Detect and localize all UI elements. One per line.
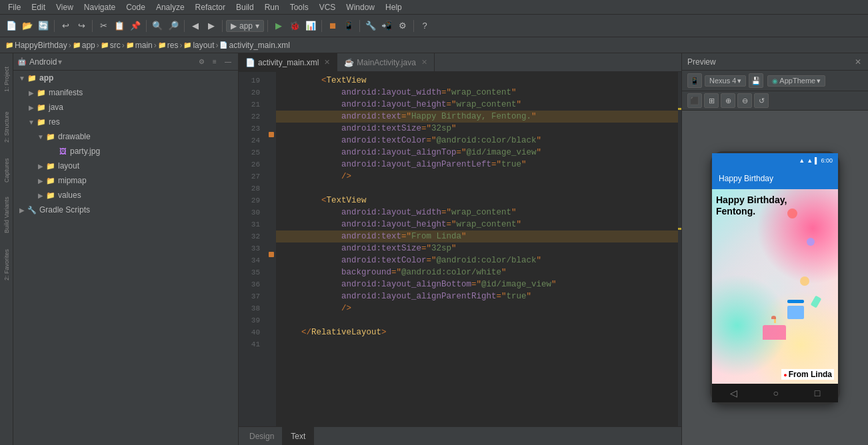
toolbar-cut-btn[interactable]: ✂: [96, 19, 111, 33]
menu-view[interactable]: View: [51, 1, 79, 13]
preview-zoom-out-btn[interactable]: ⊖: [737, 93, 752, 108]
toolbar-run-btn[interactable]: ▶: [271, 19, 286, 33]
breadcrumb-happybirthday[interactable]: 📁 HappyBirthday: [5, 41, 67, 50]
toolbar-help-btn[interactable]: ?: [417, 19, 432, 33]
panel-ctrl-settings[interactable]: ≡: [209, 56, 221, 68]
theme-dropdown[interactable]: ◉ AppTheme ▾: [767, 75, 825, 87]
breadcrumb-layout[interactable]: 📁 layout: [183, 41, 214, 50]
menu-run[interactable]: Run: [259, 1, 285, 13]
toolbar-sync-btn[interactable]: 🔄: [36, 19, 51, 33]
toolbar-next-btn[interactable]: ▶: [204, 19, 219, 33]
breadcrumb-sep-2: ›: [97, 41, 99, 50]
tree-label-mipmap: mipmap: [58, 176, 87, 185]
breadcrumb-main[interactable]: 📁 main: [126, 41, 153, 50]
code-line-40: </RelativeLayout>: [276, 326, 678, 338]
side-tab-project[interactable]: 1: Project: [1, 56, 13, 103]
breadcrumb-activity-main[interactable]: 📄 activity_main.xml: [219, 41, 289, 50]
toolbar-debug-btn[interactable]: 🐞: [287, 19, 302, 33]
phone-mockup: ▲ ▲ ▌ 6:00 Happy Birthday: [710, 151, 840, 404]
bottom-tabs: Design Text: [239, 426, 681, 445]
preview-close-btn[interactable]: ✕: [853, 57, 863, 67]
preview-device-btn[interactable]: 📱: [687, 73, 702, 88]
breadcrumb-res[interactable]: 📁 res: [158, 41, 179, 50]
preview-title: Preview: [687, 57, 716, 67]
tree-item-values[interactable]: ▶ 📁 values: [13, 188, 238, 203]
menu-analyze[interactable]: Analyze: [151, 1, 190, 13]
folder-icon-app: 📁: [27, 73, 37, 83]
phone-nav-back[interactable]: ◁: [730, 388, 737, 398]
menu-edit[interactable]: Edit: [26, 1, 51, 13]
toolbar-stop-btn[interactable]: ⏹: [325, 19, 340, 33]
toolbar-search2-btn[interactable]: 🔎: [166, 19, 181, 33]
menu-navigate[interactable]: Navigate: [79, 1, 121, 13]
breadcrumb-src[interactable]: 📁 src: [101, 41, 121, 50]
panel-ctrl-gear[interactable]: ⚙: [195, 56, 207, 68]
toolbar-open-btn[interactable]: 📂: [20, 19, 35, 33]
code-content[interactable]: <TextView android:layout_width="wrap_con…: [276, 72, 678, 426]
preview-zoom-in-btn[interactable]: ⊕: [721, 93, 735, 108]
toolbar-copy-btn[interactable]: 📋: [112, 19, 127, 33]
toolbar-profile-btn[interactable]: 📊: [303, 19, 318, 33]
toolbar-sdk-btn[interactable]: 🔧: [363, 19, 378, 33]
editor-tab-xml-close[interactable]: ✕: [324, 58, 330, 67]
side-tab-structure[interactable]: 2: Structure: [1, 104, 13, 151]
menu-help[interactable]: Help: [380, 1, 407, 13]
menu-code[interactable]: Code: [121, 1, 151, 13]
preview-orientation-btn[interactable]: ⬛: [687, 93, 702, 108]
preview-save-btn[interactable]: 💾: [749, 73, 763, 88]
balloon-3: [800, 276, 809, 286]
tree-item-manifests[interactable]: ▶ 📁 manifests: [13, 85, 238, 100]
jpg-file-icon: 🖼: [57, 146, 68, 157]
toolbar-undo-btn[interactable]: ↩: [58, 19, 73, 33]
tree-item-java[interactable]: ▶ 📁 java: [13, 100, 238, 115]
bottom-tab-text[interactable]: Text: [283, 427, 314, 446]
tree-item-layout[interactable]: ▶ 📁 layout: [13, 159, 238, 173]
panel-ctrl-minimize[interactable]: —: [222, 56, 234, 68]
toolbar-sep-1: [54, 20, 55, 32]
app-dropdown[interactable]: ▶ app ▾: [226, 20, 264, 32]
menu-tools[interactable]: Tools: [285, 1, 314, 13]
menu-window[interactable]: Window: [341, 1, 380, 13]
tree-item-gradle[interactable]: ▶ 🔧 Gradle Scripts: [13, 203, 238, 217]
toolbar-redo-btn[interactable]: ↪: [74, 19, 89, 33]
phone-nav-home[interactable]: ○: [773, 388, 779, 398]
tree-item-drawable[interactable]: ▼ 📁 drawable: [13, 129, 238, 144]
tree-item-res[interactable]: ▼ 📁 res: [13, 115, 238, 129]
toolbar-search-btn[interactable]: 🔍: [150, 19, 165, 33]
toolbar-paste-btn[interactable]: 📌: [128, 19, 143, 33]
panel-dropdown-arrow[interactable]: ▾: [58, 57, 62, 67]
tree-item-party-jpg[interactable]: 🖼 party.jpg: [13, 144, 238, 159]
nexus-dropdown[interactable]: Nexus 4 ▾: [705, 75, 746, 87]
menu-build[interactable]: Build: [231, 1, 259, 13]
code-line-19: <TextView: [276, 75, 678, 87]
phone-screen-content: Happy Birthday,Fentong. ●From Linda: [712, 189, 838, 384]
balloon-2: [807, 238, 815, 246]
line-num-32: 32: [239, 230, 263, 242]
tree-item-mipmap[interactable]: ▶ 📁 mipmap: [13, 173, 238, 188]
side-tab-captures[interactable]: Captures: [1, 152, 13, 189]
editor-tab-java-close[interactable]: ✕: [421, 58, 427, 67]
code-line-38: />: [276, 302, 678, 314]
bottom-tab-design[interactable]: Design: [241, 427, 283, 446]
phone-nav-recent[interactable]: □: [815, 388, 820, 398]
menu-file[interactable]: File: [3, 1, 26, 13]
preview-refresh-btn[interactable]: ↺: [754, 93, 769, 108]
menu-refactor[interactable]: Refactor: [190, 1, 231, 13]
preview-zoom-fit-btn[interactable]: ⊞: [704, 93, 719, 108]
toolbar-device-btn[interactable]: 📱: [341, 19, 356, 33]
tree-item-app[interactable]: ▼ 📁 app: [13, 71, 238, 85]
side-tab-favorites[interactable]: 2: Favorites: [1, 241, 13, 288]
editor-tab-java[interactable]: ☕ MainActivity.java ✕: [337, 53, 434, 72]
breadcrumb-app[interactable]: 📁 app: [73, 41, 95, 50]
side-tab-build[interactable]: Build Variants: [1, 190, 13, 240]
toolbar-sep-8: [359, 20, 360, 32]
editor-tabs: 📄 activity_main.xml ✕ ☕ MainActivity.jav…: [239, 53, 681, 72]
phone-nav-bar: ◁ ○ □: [712, 384, 838, 402]
toolbar-prev-btn[interactable]: ◀: [188, 19, 203, 33]
toolbar-avd-btn[interactable]: 📲: [379, 19, 394, 33]
code-line-22: android:text="Happy Birthday, Fentong.": [276, 111, 678, 123]
editor-tab-xml[interactable]: 📄 activity_main.xml ✕: [239, 53, 337, 72]
menu-vcs[interactable]: VCS: [314, 1, 341, 13]
toolbar-new-btn[interactable]: 📄: [4, 19, 19, 33]
toolbar-settings-btn[interactable]: ⚙: [395, 19, 410, 33]
